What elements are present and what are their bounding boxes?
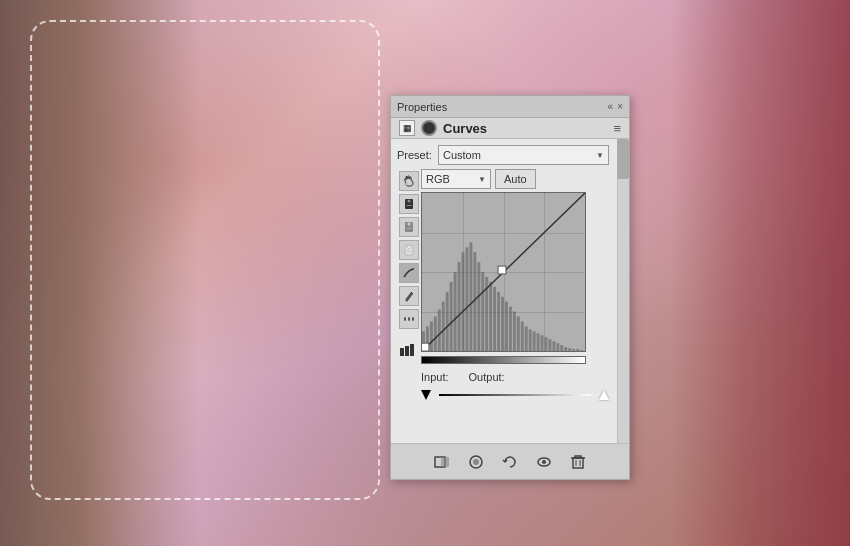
curve-graph-inner (422, 193, 585, 351)
properties-panel: Properties « × ▦ Curves ≡ Preset: Custom (390, 95, 630, 480)
panel-footer (391, 443, 629, 479)
preset-row: Preset: Custom ▼ (397, 145, 609, 165)
scroll-thumb[interactable] (617, 139, 629, 179)
svg-rect-57 (572, 349, 575, 351)
channel-value: RGB (426, 173, 450, 185)
view-previous-button[interactable] (465, 451, 487, 473)
reset-adjustments-button[interactable] (499, 451, 521, 473)
white-point-slider[interactable] (599, 390, 609, 400)
panel-content: Preset: Custom ▼ (391, 139, 629, 406)
panel-scroll-area: Preset: Custom ▼ (391, 139, 629, 443)
svg-rect-42 (513, 312, 516, 351)
tree-right (670, 0, 850, 546)
pencil-draw-button[interactable] (399, 286, 419, 306)
svg-rect-56 (568, 348, 571, 351)
svg-rect-21 (430, 321, 433, 351)
preset-value: Custom (443, 149, 481, 161)
chevron-down-icon: ▼ (596, 151, 604, 160)
curves-icon (421, 120, 437, 136)
curve-display-button[interactable] (399, 263, 419, 283)
io-row: Input: Output: (421, 371, 609, 383)
svg-rect-69 (573, 458, 583, 468)
levels-icon (399, 340, 419, 360)
gradient-bar (421, 356, 586, 364)
svg-rect-23 (438, 310, 441, 351)
svg-rect-40 (505, 302, 508, 351)
histogram (422, 193, 585, 351)
svg-rect-17 (405, 346, 409, 356)
collapse-button[interactable]: « (608, 101, 614, 112)
svg-point-68 (542, 460, 546, 464)
svg-rect-71 (575, 456, 581, 458)
eyedropper-gray-button[interactable] (399, 217, 419, 237)
svg-rect-28 (458, 262, 461, 351)
panel-title: Properties (397, 101, 447, 113)
svg-rect-59 (580, 350, 583, 351)
svg-rect-55 (564, 347, 567, 351)
eyedropper-white-button[interactable] (399, 240, 419, 260)
svg-rect-26 (450, 282, 453, 351)
svg-rect-16 (400, 348, 404, 356)
panel-controls: « × (608, 101, 623, 112)
svg-rect-62 (422, 343, 429, 351)
svg-rect-54 (560, 345, 563, 351)
channel-row: RGB ▼ Auto (421, 169, 609, 189)
output-label: Output: (469, 371, 505, 383)
curves-title: Curves (443, 121, 487, 136)
svg-rect-52 (552, 341, 555, 351)
svg-rect-37 (493, 287, 496, 351)
svg-rect-53 (556, 343, 559, 351)
tower (0, 0, 200, 546)
svg-rect-44 (521, 321, 524, 351)
adjustment-layers-icon[interactable]: ▦ (399, 120, 415, 136)
scrollbar[interactable] (617, 139, 629, 443)
svg-rect-39 (501, 297, 504, 351)
close-button[interactable]: × (617, 101, 623, 112)
svg-rect-4 (407, 228, 412, 229)
curve-area: RGB ▼ Auto (421, 169, 609, 400)
svg-rect-22 (434, 316, 437, 351)
panel-menu-icon[interactable]: ≡ (613, 121, 621, 136)
svg-rect-38 (497, 292, 500, 351)
visibility-toggle-button[interactable] (533, 451, 555, 473)
panel-titlebar: Properties « × (391, 96, 629, 118)
svg-rect-61 (498, 266, 506, 274)
svg-rect-41 (509, 307, 512, 351)
svg-rect-29 (462, 252, 465, 351)
svg-rect-27 (454, 272, 457, 351)
svg-point-5 (408, 223, 411, 226)
smooth-button[interactable] (399, 309, 419, 329)
svg-rect-46 (529, 329, 532, 351)
sliders-row (421, 390, 609, 400)
svg-rect-30 (465, 247, 468, 351)
svg-rect-24 (442, 302, 445, 351)
svg-point-66 (473, 459, 479, 465)
svg-point-8 (408, 246, 411, 249)
svg-rect-18 (410, 344, 414, 356)
channel-chevron-icon: ▼ (478, 175, 486, 184)
svg-rect-7 (407, 251, 412, 252)
svg-rect-33 (477, 262, 480, 351)
tools-and-curve: RGB ▼ Auto (397, 169, 609, 400)
svg-rect-48 (537, 333, 540, 351)
svg-rect-36 (489, 282, 492, 351)
curve-graph[interactable] (421, 192, 586, 352)
auto-button[interactable]: Auto (495, 169, 536, 189)
svg-rect-58 (576, 349, 579, 351)
svg-rect-43 (517, 316, 520, 351)
preset-dropdown[interactable]: Custom ▼ (438, 145, 609, 165)
svg-rect-34 (481, 272, 484, 351)
black-point-slider[interactable] (421, 390, 431, 400)
svg-rect-50 (544, 337, 547, 351)
svg-rect-1 (407, 205, 412, 206)
mask-button[interactable] (431, 451, 453, 473)
hand-tool-button[interactable] (399, 171, 419, 191)
svg-point-2 (408, 200, 411, 203)
svg-rect-47 (533, 331, 536, 351)
panel-section-header: ▦ Curves ≡ (391, 118, 629, 139)
delete-adjustment-button[interactable] (567, 451, 589, 473)
eyedropper-black-button[interactable] (399, 194, 419, 214)
svg-rect-45 (525, 326, 528, 351)
channel-dropdown[interactable]: RGB ▼ (421, 169, 491, 189)
tools-panel (397, 169, 421, 400)
